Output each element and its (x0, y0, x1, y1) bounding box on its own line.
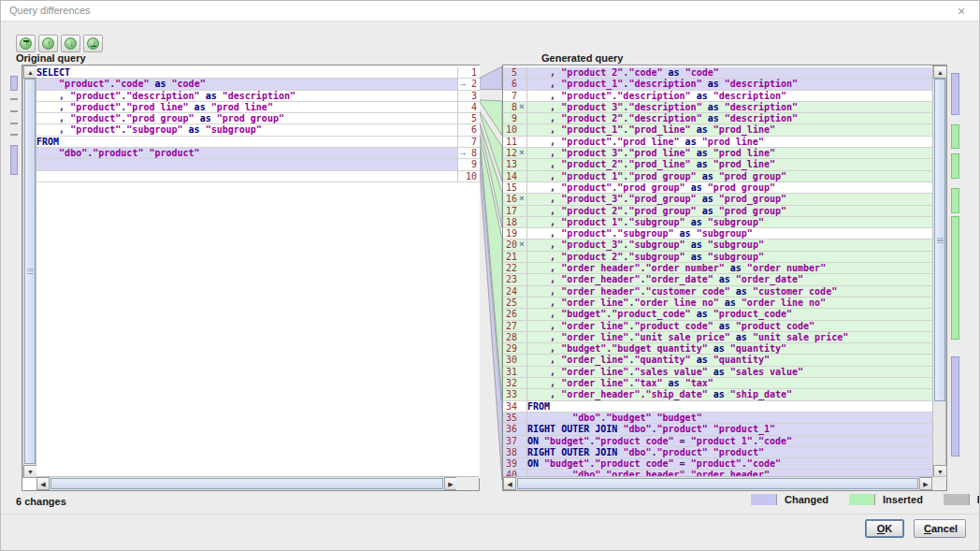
code-line[interactable]: 20× , "product_3"."subgroup" as "subgrou… (503, 239, 933, 251)
code-line[interactable]: 11 , "product"."prod_line" as "prod_line… (503, 137, 933, 148)
code-line[interactable]: 35 "dbo"."budget" "budget" (503, 413, 933, 424)
code-line[interactable]: 39ON "budget"."product_code" = "product"… (503, 458, 933, 470)
line-number: 17 (503, 206, 517, 216)
scroll-right-button[interactable]: ▶ (919, 477, 932, 490)
scrollbar-thumb[interactable] (934, 79, 945, 401)
code-line[interactable]: , "product"."subgroup" as "subgroup"6 (36, 124, 480, 136)
code-line[interactable]: FROM7 (36, 137, 480, 148)
code-line[interactable]: 13 , "product_2"."prod_line" as "prod_li… (503, 159, 933, 170)
code-line[interactable]: 37ON "budget"."product_code" = "product_… (503, 436, 933, 447)
code-line[interactable]: 6 , "product_1"."description" as "descri… (503, 79, 933, 90)
line-number: 7 (468, 137, 480, 147)
code-line[interactable]: 17 , "product_2"."prod_group" as "prod_g… (503, 206, 933, 217)
gutter-spacer (458, 137, 468, 147)
code-line[interactable]: 15 , "product"."prod_group" as "prod_gro… (503, 182, 933, 194)
scrollbar-corner (932, 476, 946, 490)
line-number: 21 (503, 252, 517, 262)
scrollbar-thumb[interactable] (517, 478, 918, 489)
code-line[interactable]: 22 , "order_header"."order_number" as "o… (503, 263, 933, 274)
code-line[interactable]: 10 , "product_1"."prod_line" as "prod_li… (503, 124, 933, 136)
line-number: 23 (503, 274, 517, 284)
ok-button[interactable]: OK (865, 519, 904, 538)
scroll-up-button[interactable]: ▲ (933, 65, 947, 79)
scroll-right-button[interactable]: ▶ (444, 477, 457, 490)
code-line[interactable]: 12× , "product_3"."prod_line" as "prod_l… (503, 148, 933, 159)
scroll-left-button[interactable]: ◀ (36, 477, 50, 490)
change-arrow-icon: → (458, 79, 468, 89)
line-number: 7 (503, 91, 517, 101)
last-difference-button[interactable]: ↓ (83, 35, 103, 52)
scrollbar-corner (456, 476, 479, 490)
code-line[interactable]: "product"."code" as "code"→2 (36, 79, 480, 90)
code-line[interactable]: 27 , "order_line"."product_code" as "pro… (503, 321, 933, 332)
code-line[interactable]: 7 , "product"."description" as "descript… (503, 91, 933, 102)
code-line[interactable]: "dbo"."product" "product"→8 (36, 148, 480, 159)
line-number: 13 (503, 159, 517, 169)
diff-marker (951, 124, 959, 149)
code-line[interactable]: 23 , "order_header"."order_date" as "ord… (503, 274, 933, 285)
code-line[interactable]: 33 , "order_header"."ship_date" as "ship… (503, 389, 933, 400)
cancel-button[interactable]: Cancel (914, 519, 966, 538)
code-line[interactable]: 24 , "order_header"."customer_code" as "… (503, 286, 933, 297)
vertical-scrollbar[interactable]: ▲ ▼ (932, 65, 946, 478)
code-line[interactable]: 14 , "product_1"."prod_group" as "prod_g… (503, 171, 933, 182)
code-line[interactable]: 26 , "budget"."product_code" as "product… (503, 309, 933, 320)
code-line[interactable]: 38RIGHT OUTER JOIN "dbo"."product" "prod… (503, 447, 933, 458)
line-number: 37 (503, 436, 517, 446)
generated-query-label: Generated query (541, 52, 623, 64)
gutter-spacer (517, 171, 526, 181)
horizontal-scrollbar[interactable]: ◀ ▶ (36, 476, 457, 490)
code-line[interactable]: 32 , "order_line"."tax" as "tax" (503, 378, 933, 389)
code-line[interactable]: 21 , "product_2"."subgroup" as "subgroup… (503, 252, 933, 263)
next-difference-button[interactable]: ↓ (61, 35, 80, 52)
gutter-spacer (458, 124, 468, 135)
gutter-spacer (517, 252, 526, 262)
code-line[interactable]: 34FROM (503, 401, 933, 413)
code-line[interactable]: 19 , "product"."subgroup" as "subgroup" (503, 228, 933, 239)
title-bar: Query differences × (1, 1, 979, 22)
diff-marker (10, 123, 18, 124)
gutter-spacer (458, 159, 468, 169)
code-line[interactable]: 28 , "order_line"."unit_sale_price" as "… (503, 332, 933, 343)
code-line[interactable]: SELECT1 (36, 67, 480, 79)
first-difference-button[interactable]: ↑ (16, 35, 36, 52)
line-number: 27 (503, 321, 517, 331)
line-number: 4 (468, 102, 480, 112)
scroll-down-button[interactable]: ▼ (23, 465, 37, 478)
code-line[interactable]: 36RIGHT OUTER JOIN "dbo"."product" "prod… (503, 424, 933, 435)
line-number: 16 (503, 194, 517, 204)
code-line[interactable]: 9 (36, 159, 480, 170)
code-line[interactable]: 16× , "product_3"."prod_group" as "prod_… (503, 194, 933, 205)
horizontal-scrollbar[interactable]: ◀ ▶ (503, 476, 932, 490)
code-line[interactable]: 18 , "product_1"."subgroup" as "subgroup… (503, 217, 933, 228)
scrollbar-thumb[interactable] (24, 79, 36, 464)
code-line[interactable]: 25 , "order_line"."order_line_no" as "or… (503, 297, 933, 309)
code-line[interactable]: , "product"."description" as "descriptio… (36, 91, 480, 102)
code-line[interactable]: 10 (36, 171, 480, 182)
code-line[interactable]: , "product"."prod_group" as "prod_group"… (36, 113, 480, 124)
scroll-left-button[interactable]: ◀ (503, 477, 516, 490)
gutter-spacer (517, 79, 526, 89)
gutter-spacer (517, 343, 526, 354)
delete-marker-icon: × (517, 239, 526, 250)
code-line[interactable]: 31 , "order_line"."sales_value" as "sale… (503, 367, 933, 378)
first-difference-icon: ↑ (20, 37, 32, 50)
gutter-spacer (517, 274, 526, 284)
separator (1, 514, 979, 515)
vertical-scrollbar[interactable]: ▲ ▼ (22, 65, 36, 478)
diff-marker (951, 356, 959, 457)
code-line[interactable]: 30 , "order_line"."quantity" as "quantit… (503, 355, 933, 366)
close-icon[interactable]: × (953, 3, 970, 20)
gutter-spacer (458, 67, 468, 78)
code-line[interactable]: 8× , "product_3"."description" as "descr… (503, 102, 933, 113)
gutter-spacer (517, 413, 526, 423)
scroll-up-button[interactable]: ▲ (23, 65, 37, 79)
code-line[interactable]: , "product"."prod_line" as "prod_line"4 (36, 102, 480, 113)
previous-difference-button[interactable]: ↑ (38, 35, 58, 52)
code-line[interactable]: 29 , "budget"."budget_quantity" as "quan… (503, 343, 933, 355)
scrollbar-thumb[interactable] (50, 478, 443, 489)
gutter-spacer (517, 124, 526, 135)
code-line[interactable]: 9 , "product_2"."description" as "descri… (503, 113, 933, 124)
line-number: 28 (503, 332, 517, 342)
code-line[interactable]: 5 , "product_2"."code" as "code" (503, 67, 933, 79)
